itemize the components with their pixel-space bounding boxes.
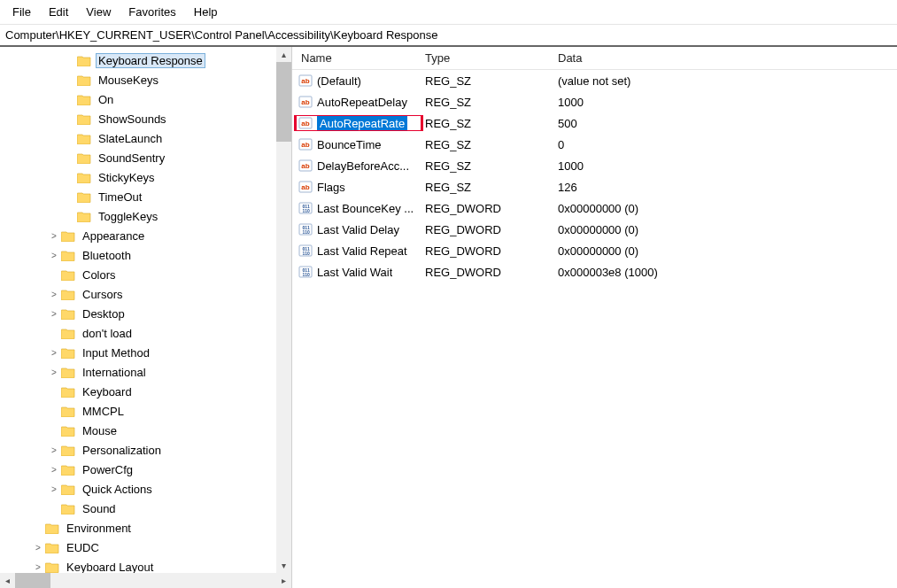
tree-item[interactable]: >Personalization <box>0 440 291 460</box>
scroll-left-arrow-icon[interactable]: ◂ <box>0 573 15 588</box>
value-row[interactable]: BounceTimeREG_SZ0 <box>292 134 897 155</box>
expand-icon[interactable]: > <box>48 348 60 358</box>
dword-value-icon <box>298 200 313 216</box>
values-pane: Name Type Data (Default)REG_SZ(value not… <box>292 47 897 588</box>
tree-item[interactable]: >SoundSentry <box>0 148 291 167</box>
tree-item-label: StickyKeys <box>96 170 158 185</box>
folder-icon <box>60 482 76 496</box>
folder-icon <box>60 326 76 340</box>
vertical-scrollbar[interactable]: ▴ ▾ <box>276 47 291 573</box>
expand-icon[interactable]: > <box>48 309 60 319</box>
tree-item-label: Input Method <box>80 345 152 360</box>
tree-item-label: International <box>80 365 149 380</box>
tree-item[interactable]: >ShowSounds <box>0 109 291 128</box>
value-type: REG_DWORD <box>425 244 558 258</box>
tree-item[interactable]: >Colors <box>0 265 291 284</box>
tree-item[interactable]: >MMCPL <box>0 401 291 421</box>
tree-item-label: Mouse <box>80 423 120 438</box>
folder-icon <box>76 53 92 67</box>
tree-item[interactable]: >Quick Actions <box>0 479 291 499</box>
menu-edit[interactable]: Edit <box>42 4 75 20</box>
expand-icon[interactable]: > <box>48 484 60 494</box>
tree-item[interactable]: >On <box>0 89 291 109</box>
tree-item-label: ShowSounds <box>96 112 169 127</box>
folder-icon <box>76 170 92 184</box>
column-header-name[interactable]: Name <box>292 51 425 65</box>
string-value-icon <box>298 179 313 195</box>
value-name: Last Valid Wait <box>317 266 392 279</box>
folder-icon <box>60 287 76 301</box>
tree-item[interactable]: >StickyKeys <box>0 167 291 187</box>
menu-view[interactable]: View <box>79 4 118 20</box>
value-data: 0 <box>558 138 897 151</box>
value-type: REG_SZ <box>425 181 558 194</box>
tree-item[interactable]: >ToggleKeys <box>0 206 291 226</box>
tree-item[interactable]: >MouseKeys <box>0 70 291 89</box>
tree-item[interactable]: >SlateLaunch <box>0 128 291 148</box>
registry-tree[interactable]: >Keyboard Response>MouseKeys>On>ShowSoun… <box>0 47 291 580</box>
expand-icon[interactable]: > <box>48 231 60 241</box>
value-type: REG_SZ <box>425 74 558 88</box>
tree-item[interactable]: >PowerCfg <box>0 460 291 479</box>
scroll-down-arrow-icon[interactable]: ▾ <box>276 558 291 573</box>
tree-item[interactable]: >Bluetooth <box>0 245 291 265</box>
string-value-icon <box>298 158 313 174</box>
value-name: Last BounceKey ... <box>317 202 414 215</box>
scroll-up-arrow-icon[interactable]: ▴ <box>276 47 291 62</box>
value-name: Last Valid Delay <box>317 223 399 236</box>
value-row[interactable]: Last Valid DelayREG_DWORD0x00000000 (0) <box>292 219 897 240</box>
scroll-right-arrow-icon[interactable]: ▸ <box>276 573 291 588</box>
value-data: 126 <box>558 181 897 194</box>
expand-icon[interactable]: > <box>32 562 44 572</box>
tree-item-label: SlateLaunch <box>96 131 165 146</box>
tree-item[interactable]: >Desktop <box>0 304 291 323</box>
folder-icon <box>76 190 92 204</box>
column-header-data[interactable]: Data <box>558 51 897 65</box>
tree-item[interactable]: >don't load <box>0 323 291 343</box>
address-bar[interactable]: Computer\HKEY_CURRENT_USER\Control Panel… <box>0 25 897 47</box>
expand-icon[interactable]: > <box>48 368 60 377</box>
tree-item-label: Quick Actions <box>80 482 155 497</box>
value-name: AutoRepeatRate <box>317 116 407 131</box>
scroll-thumb-h[interactable] <box>15 573 50 588</box>
value-row[interactable]: (Default)REG_SZ(value not set) <box>292 70 897 91</box>
menu-help[interactable]: Help <box>187 4 225 20</box>
string-value-icon <box>298 136 313 152</box>
expand-icon[interactable]: > <box>48 251 60 260</box>
expand-icon[interactable]: > <box>48 445 60 455</box>
value-row[interactable]: DelayBeforeAcc...REG_SZ1000 <box>292 155 897 176</box>
tree-item[interactable]: >International <box>0 362 291 382</box>
scroll-thumb[interactable] <box>276 62 291 142</box>
tree-item[interactable]: >Environment <box>0 518 291 538</box>
value-type: REG_DWORD <box>425 223 558 236</box>
tree-item-label: MMCPL <box>80 404 127 419</box>
value-row[interactable]: Last Valid RepeatREG_DWORD0x00000000 (0) <box>292 240 897 261</box>
expand-icon[interactable]: > <box>48 465 60 475</box>
tree-item[interactable]: >Sound <box>0 499 291 518</box>
tree-item[interactable]: >EUDC <box>0 538 291 557</box>
tree-item[interactable]: >TimeOut <box>0 187 291 206</box>
tree-item[interactable]: >Keyboard <box>0 382 291 401</box>
folder-icon <box>60 423 76 437</box>
tree-item[interactable]: >Input Method <box>0 343 291 362</box>
tree-item-label: TimeOut <box>96 190 144 205</box>
value-row[interactable]: Last Valid WaitREG_DWORD0x000003e8 (1000… <box>292 261 897 282</box>
expand-icon[interactable]: > <box>32 543 44 553</box>
value-row[interactable]: AutoRepeatDelayREG_SZ1000 <box>292 91 897 112</box>
folder-icon <box>44 560 60 574</box>
folder-icon <box>60 306 76 321</box>
tree-item[interactable]: >Mouse <box>0 421 291 440</box>
value-row[interactable]: AutoRepeatRateREG_SZ500 <box>292 112 897 134</box>
tree-item[interactable]: >Appearance <box>0 226 291 245</box>
tree-item[interactable]: >Keyboard Response <box>0 50 291 70</box>
value-row[interactable]: Last BounceKey ...REG_DWORD0x00000000 (0… <box>292 197 897 219</box>
value-row[interactable]: FlagsREG_SZ126 <box>292 176 897 197</box>
value-list[interactable]: (Default)REG_SZ(value not set)AutoRepeat… <box>292 70 897 282</box>
tree-item-label: Bluetooth <box>80 248 134 263</box>
tree-item[interactable]: >Cursors <box>0 284 291 304</box>
menu-favorites[interactable]: Favorites <box>121 4 182 20</box>
menu-file[interactable]: File <box>5 4 38 20</box>
column-header-type[interactable]: Type <box>425 51 558 65</box>
expand-icon[interactable]: > <box>48 290 60 299</box>
horizontal-scrollbar[interactable]: ◂ ▸ <box>0 573 291 588</box>
